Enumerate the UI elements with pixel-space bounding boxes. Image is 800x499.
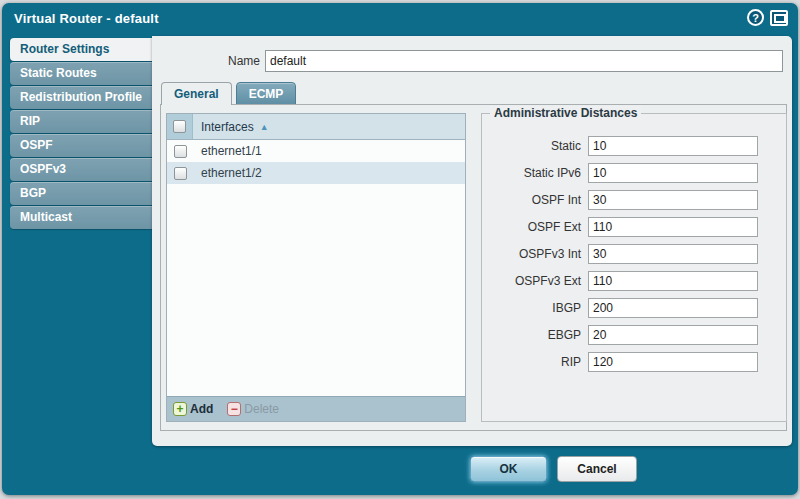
table-row[interactable]: ethernet1/2 — [167, 162, 465, 184]
ospfv3-int-field[interactable] — [588, 244, 758, 264]
name-row: Name — [152, 50, 792, 72]
row-checkbox[interactable] — [174, 167, 187, 180]
help-icon[interactable]: ? — [747, 9, 764, 26]
tab-ecmp[interactable]: ECMP — [236, 82, 297, 105]
table-row[interactable]: ethernet1/1 — [167, 140, 465, 162]
interfaces-table-header: Interfaces ▲ — [167, 114, 465, 140]
interface-name: ethernet1/2 — [193, 166, 465, 180]
ospfv3-ext-label: OSPFv3 Ext — [482, 274, 588, 288]
ospf-int-label: OSPF Int — [482, 193, 588, 207]
ibgp-field[interactable] — [588, 298, 758, 318]
static-ipv6-field[interactable] — [588, 163, 758, 183]
sidebar-item-rip[interactable]: RIP — [10, 110, 152, 133]
add-button[interactable]: + Add — [173, 402, 213, 416]
ebgp-field[interactable] — [588, 325, 758, 345]
ibgp-label: IBGP — [482, 301, 588, 315]
interfaces-column-label: Interfaces — [201, 120, 254, 134]
select-all-checkbox[interactable] — [173, 120, 186, 133]
sidebar-item-static-routes[interactable]: Static Routes — [10, 62, 152, 85]
dialog-title: Virtual Router - default — [14, 11, 159, 26]
field-row-ibgp: IBGP — [482, 298, 786, 318]
field-row-ospfv3-int: OSPFv3 Int — [482, 244, 786, 264]
ospfv3-ext-field[interactable] — [588, 271, 758, 291]
cancel-button[interactable]: Cancel — [557, 456, 637, 482]
field-row-ebgp: EBGP — [482, 325, 786, 345]
sidebar-item-bgp[interactable]: BGP — [10, 182, 152, 205]
sidebar-item-multicast[interactable]: Multicast — [10, 206, 152, 229]
field-row-ospfv3-ext: OSPFv3 Ext — [482, 271, 786, 291]
content-panel: Name General ECMP Interfaces ▲ — [152, 36, 792, 446]
tab-strip: General ECMP — [161, 82, 296, 105]
ospf-int-field[interactable] — [588, 190, 758, 210]
sidebar: Router Settings Static Routes Redistribu… — [10, 38, 152, 230]
static-ipv6-label: Static IPv6 — [482, 166, 588, 180]
sidebar-item-router-settings[interactable]: Router Settings — [10, 38, 154, 61]
administrative-distances-panel: Administrative Distances Static Static I… — [481, 113, 787, 422]
table-empty-area — [167, 184, 465, 396]
virtual-router-dialog: Virtual Router - default ? Router Settin… — [2, 3, 798, 495]
general-tab-content: Interfaces ▲ ethernet1/1 ethernet1/2 + — [160, 104, 787, 431]
field-row-static-ipv6: Static IPv6 — [482, 163, 786, 183]
sidebar-item-ospf[interactable]: OSPF — [10, 134, 152, 157]
ebgp-label: EBGP — [482, 328, 588, 342]
table-footer: + Add − Delete — [167, 396, 465, 421]
static-label: Static — [482, 139, 588, 153]
name-input[interactable] — [265, 50, 783, 72]
delete-button[interactable]: − Delete — [227, 402, 279, 416]
ospf-ext-field[interactable] — [588, 217, 758, 237]
add-button-label: Add — [190, 402, 213, 416]
delete-icon: − — [227, 402, 241, 416]
ok-button[interactable]: OK — [470, 456, 547, 482]
tab-general[interactable]: General — [161, 82, 232, 105]
add-icon: + — [173, 402, 187, 416]
rip-field[interactable] — [588, 352, 758, 372]
static-field[interactable] — [588, 136, 758, 156]
rip-label: RIP — [482, 355, 588, 369]
window-icon[interactable] — [770, 10, 788, 26]
interface-name: ethernet1/1 — [193, 144, 465, 158]
interfaces-table: Interfaces ▲ ethernet1/1 ethernet1/2 + — [166, 113, 466, 422]
ospfv3-int-label: OSPFv3 Int — [482, 247, 588, 261]
row-checkbox[interactable] — [174, 145, 187, 158]
delete-button-label: Delete — [244, 402, 279, 416]
sidebar-item-redistribution-profile[interactable]: Redistribution Profile — [10, 86, 152, 109]
sort-asc-icon: ▲ — [260, 122, 269, 132]
interfaces-column-header[interactable]: Interfaces ▲ — [193, 114, 465, 139]
field-row-rip: RIP — [482, 352, 786, 372]
ospf-ext-label: OSPF Ext — [482, 220, 588, 234]
name-label: Name — [212, 54, 260, 68]
field-row-ospf-int: OSPF Int — [482, 190, 786, 210]
field-row-ospf-ext: OSPF Ext — [482, 217, 786, 237]
sidebar-item-ospfv3[interactable]: OSPFv3 — [10, 158, 152, 181]
field-row-static: Static — [482, 136, 786, 156]
header-checkbox-cell — [167, 114, 193, 139]
administrative-distances-legend: Administrative Distances — [490, 106, 641, 120]
dialog-titlebar: Virtual Router - default ? — [2, 3, 798, 33]
